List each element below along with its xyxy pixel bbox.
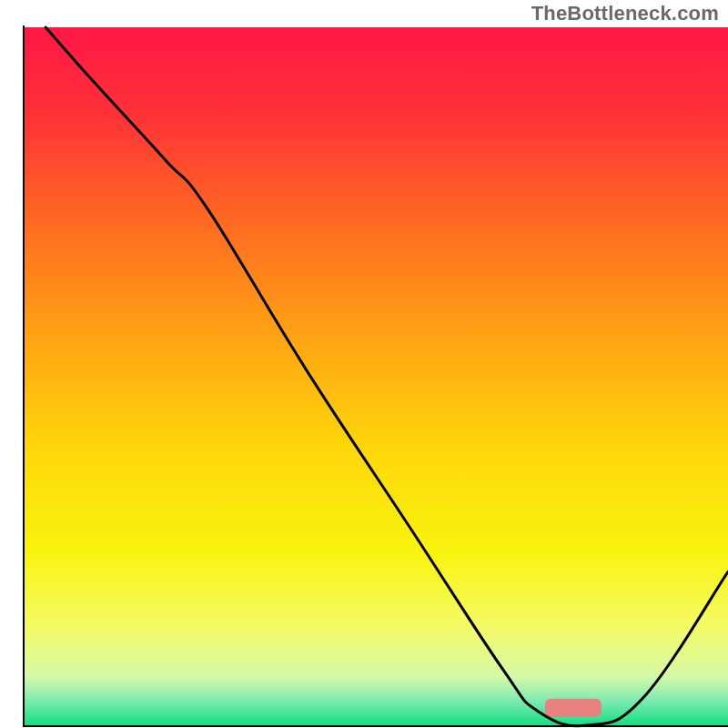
gradient-background [25, 27, 728, 725]
optimal-zone-marker [545, 699, 602, 717]
chart-svg [0, 0, 728, 728]
bottleneck-chart: TheBottleneck.com [0, 0, 728, 728]
plot-area [25, 27, 728, 726]
watermark-text: TheBottleneck.com [531, 2, 719, 25]
